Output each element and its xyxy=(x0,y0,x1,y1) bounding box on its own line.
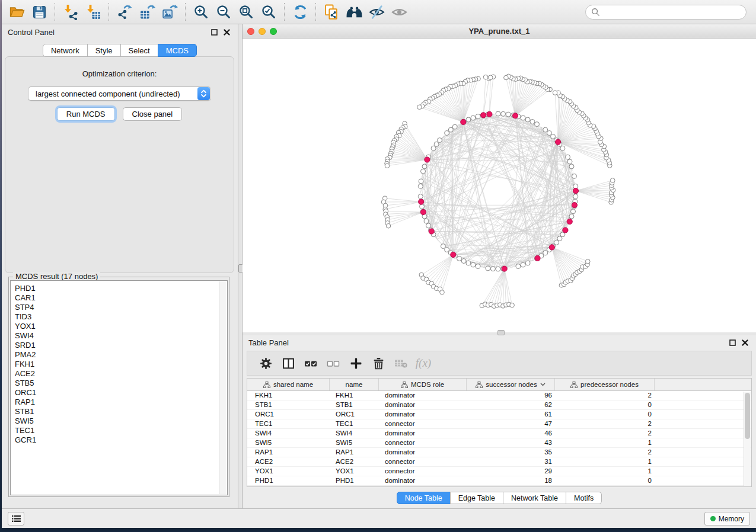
mcds-result-item[interactable]: ACE2 xyxy=(15,369,227,379)
mcds-result-item[interactable]: STB5 xyxy=(15,379,227,388)
cell-shared-name[interactable]: FKH1 xyxy=(247,391,330,400)
cell-successor-nodes[interactable]: 46 xyxy=(467,429,555,438)
cell-shared-name[interactable]: YOX1 xyxy=(247,467,330,476)
cell-name[interactable]: SWI4 xyxy=(330,429,379,438)
table-settings-button[interactable] xyxy=(254,352,277,374)
table-row[interactable]: SWI4SWI4dominator462 xyxy=(247,429,751,438)
cell-name[interactable]: FKH1 xyxy=(330,391,379,400)
open-file-button[interactable] xyxy=(5,2,28,22)
delete-column-button[interactable] xyxy=(367,352,390,374)
mcds-result-item[interactable]: SWI4 xyxy=(15,331,227,341)
apply-layout-button[interactable] xyxy=(289,2,311,22)
cell-shared-name[interactable]: RAP1 xyxy=(247,448,330,457)
cell-shared-name[interactable]: ACE2 xyxy=(247,457,330,466)
mcds-result-list[interactable]: PHD1CAR1STP4TID3YOX1SWI4SRD1PMA2FKH1ACE2… xyxy=(10,280,228,495)
network-titlebar[interactable]: YPA_prune.txt_1 xyxy=(243,24,756,39)
cell-predecessor-nodes[interactable]: 1 xyxy=(555,457,655,466)
network-from-selection-button[interactable] xyxy=(320,2,343,22)
table-row[interactable]: RAP1RAP1dominator352 xyxy=(247,448,751,457)
cell-shared-name[interactable]: PHD1 xyxy=(247,476,330,485)
cell-MCDS-role[interactable]: connector xyxy=(379,419,467,428)
cell-predecessor-nodes[interactable]: 2 xyxy=(555,429,655,438)
cell-name[interactable]: ORC1 xyxy=(330,410,379,419)
maximize-window-icon[interactable] xyxy=(270,28,277,35)
table-scrollbar[interactable] xyxy=(744,392,751,486)
tab-network[interactable]: Network xyxy=(43,44,88,57)
save-session-button[interactable] xyxy=(28,2,50,22)
cell-name[interactable]: TEC1 xyxy=(330,419,379,428)
zoom-fit-button[interactable] xyxy=(235,2,257,22)
minimize-window-icon[interactable] xyxy=(259,28,266,35)
zoom-selected-button[interactable] xyxy=(257,2,280,22)
column-header-MCDS-role[interactable]: MCDS role xyxy=(379,379,467,390)
cell-predecessor-nodes[interactable]: 1 xyxy=(555,438,655,447)
mcds-result-item[interactable]: PMA2 xyxy=(15,350,227,360)
tab-motifs[interactable]: Motifs xyxy=(566,492,602,504)
column-header-successor-nodes[interactable]: successor nodes xyxy=(467,379,555,390)
cell-successor-nodes[interactable]: 47 xyxy=(467,419,555,428)
cell-predecessor-nodes[interactable]: 0 xyxy=(555,476,655,485)
cell-successor-nodes[interactable]: 29 xyxy=(467,467,555,476)
vertical-splitter[interactable] xyxy=(238,24,243,508)
splitter-handle[interactable] xyxy=(497,330,505,335)
mcds-result-item[interactable]: RAP1 xyxy=(15,398,227,407)
node-table[interactable]: shared namenameMCDS rolesuccessor nodesp… xyxy=(247,378,752,487)
cell-successor-nodes[interactable]: 18 xyxy=(467,476,555,485)
table-row[interactable]: FKH1FKH1dominator962 xyxy=(247,391,751,400)
cell-predecessor-nodes[interactable]: 2 xyxy=(555,419,655,428)
tab-mcds[interactable]: MCDS xyxy=(158,44,197,57)
mcds-result-item[interactable]: TID3 xyxy=(15,312,227,322)
tab-select[interactable]: Select xyxy=(120,44,158,57)
cell-MCDS-role[interactable]: connector xyxy=(379,467,467,476)
search-input[interactable] xyxy=(600,8,741,17)
table-row[interactable]: TEC1TEC1connector472 xyxy=(247,419,751,429)
cell-successor-nodes[interactable]: 96 xyxy=(467,391,555,400)
cell-MCDS-role[interactable]: dominator xyxy=(379,410,467,419)
zoom-in-button[interactable] xyxy=(190,2,212,22)
mcds-result-item[interactable]: TEC1 xyxy=(15,426,227,435)
tab-node-table[interactable]: Node Table xyxy=(397,492,451,504)
cell-MCDS-role[interactable]: dominator xyxy=(379,429,467,438)
table-row[interactable]: ACE2ACE2connector311 xyxy=(247,457,751,467)
show-all-button[interactable] xyxy=(388,2,410,22)
column-header-name[interactable]: name xyxy=(330,379,379,390)
column-header-shared-name[interactable]: shared name xyxy=(247,379,330,390)
cell-name[interactable]: RAP1 xyxy=(330,448,379,457)
column-header-predecessor-nodes[interactable]: predecessor nodes xyxy=(555,379,655,390)
mcds-result-item[interactable]: FKH1 xyxy=(15,360,227,369)
tab-edge-table[interactable]: Edge Table xyxy=(450,492,503,504)
hide-selected-button[interactable] xyxy=(365,2,388,22)
import-network-button[interactable] xyxy=(59,2,82,22)
close-table-panel-button[interactable] xyxy=(739,337,750,348)
cell-successor-nodes[interactable]: 31 xyxy=(467,457,555,466)
close-window-icon[interactable] xyxy=(247,28,254,35)
list-scrollbar[interactable] xyxy=(219,281,227,494)
table-row[interactable]: ORC1ORC1dominator610 xyxy=(247,410,751,419)
cell-successor-nodes[interactable]: 35 xyxy=(467,448,555,457)
show-columns-button[interactable] xyxy=(277,352,299,374)
cell-name[interactable]: YOX1 xyxy=(330,467,379,476)
memory-button[interactable]: Memory xyxy=(704,512,750,525)
select-all-columns-button[interactable] xyxy=(299,352,322,374)
mcds-result-item[interactable]: GCR1 xyxy=(15,435,227,445)
cell-shared-name[interactable]: TEC1 xyxy=(247,419,330,428)
cell-MCDS-role[interactable]: connector xyxy=(379,457,467,466)
cell-shared-name[interactable]: SWI5 xyxy=(247,438,330,447)
tab-network-table[interactable]: Network Table xyxy=(503,492,566,504)
mcds-result-item[interactable]: YOX1 xyxy=(15,322,227,331)
close-panel-button[interactable] xyxy=(221,27,232,37)
mcds-result-item[interactable]: PHD1 xyxy=(15,284,227,293)
cell-name[interactable]: STB1 xyxy=(330,400,379,409)
float-table-panel-button[interactable] xyxy=(727,337,738,348)
close-mcds-panel-button[interactable]: Close panel xyxy=(123,107,183,121)
table-row[interactable]: SWI5SWI5connector431 xyxy=(247,438,751,448)
find-button[interactable] xyxy=(343,2,365,22)
cell-successor-nodes[interactable]: 61 xyxy=(467,410,555,419)
cell-MCDS-role[interactable]: dominator xyxy=(379,448,467,457)
export-network-button[interactable] xyxy=(113,2,136,22)
mcds-result-item[interactable]: STB1 xyxy=(15,407,227,416)
mcds-result-item[interactable]: SWI5 xyxy=(15,416,227,426)
cell-predecessor-nodes[interactable]: 2 xyxy=(555,448,655,457)
tab-style[interactable]: Style xyxy=(87,44,121,57)
task-history-button[interactable] xyxy=(8,512,24,525)
